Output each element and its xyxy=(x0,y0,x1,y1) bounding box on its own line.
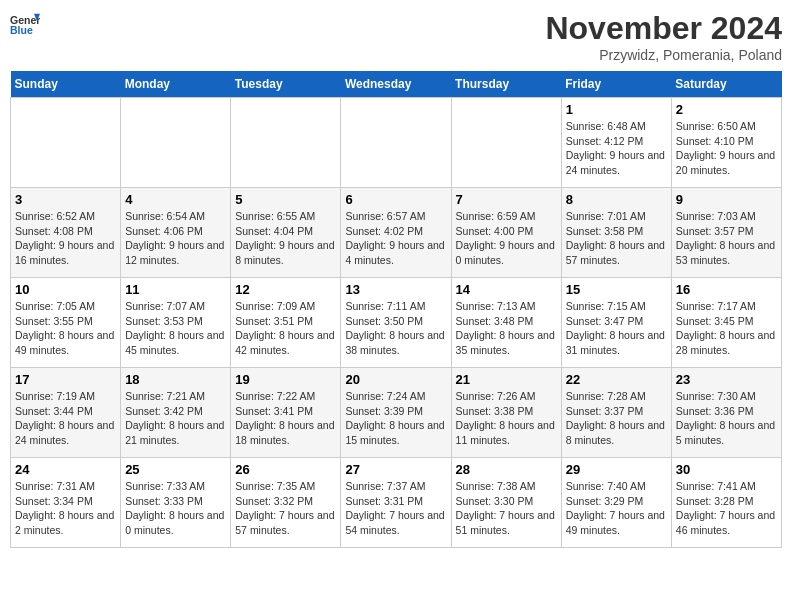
day-info: Sunrise: 7:24 AMSunset: 3:39 PMDaylight:… xyxy=(345,389,446,448)
day-cell: 9Sunrise: 7:03 AMSunset: 3:57 PMDaylight… xyxy=(671,188,781,278)
day-header-wednesday: Wednesday xyxy=(341,71,451,98)
day-number: 26 xyxy=(235,462,336,477)
day-info: Sunrise: 7:30 AMSunset: 3:36 PMDaylight:… xyxy=(676,389,777,448)
day-info: Sunrise: 7:19 AMSunset: 3:44 PMDaylight:… xyxy=(15,389,116,448)
week-row-1: 1Sunrise: 6:48 AMSunset: 4:12 PMDaylight… xyxy=(11,98,782,188)
day-number: 27 xyxy=(345,462,446,477)
day-number: 21 xyxy=(456,372,557,387)
day-info: Sunrise: 7:03 AMSunset: 3:57 PMDaylight:… xyxy=(676,209,777,268)
day-cell: 13Sunrise: 7:11 AMSunset: 3:50 PMDayligh… xyxy=(341,278,451,368)
day-cell xyxy=(451,98,561,188)
week-row-3: 10Sunrise: 7:05 AMSunset: 3:55 PMDayligh… xyxy=(11,278,782,368)
day-info: Sunrise: 7:05 AMSunset: 3:55 PMDaylight:… xyxy=(15,299,116,358)
day-cell: 20Sunrise: 7:24 AMSunset: 3:39 PMDayligh… xyxy=(341,368,451,458)
day-info: Sunrise: 7:11 AMSunset: 3:50 PMDaylight:… xyxy=(345,299,446,358)
calendar-body: 1Sunrise: 6:48 AMSunset: 4:12 PMDaylight… xyxy=(11,98,782,548)
calendar-table: SundayMondayTuesdayWednesdayThursdayFrid… xyxy=(10,71,782,548)
day-info: Sunrise: 7:15 AMSunset: 3:47 PMDaylight:… xyxy=(566,299,667,358)
day-info: Sunrise: 7:28 AMSunset: 3:37 PMDaylight:… xyxy=(566,389,667,448)
day-cell: 14Sunrise: 7:13 AMSunset: 3:48 PMDayligh… xyxy=(451,278,561,368)
day-number: 17 xyxy=(15,372,116,387)
day-number: 11 xyxy=(125,282,226,297)
day-info: Sunrise: 6:55 AMSunset: 4:04 PMDaylight:… xyxy=(235,209,336,268)
day-cell: 18Sunrise: 7:21 AMSunset: 3:42 PMDayligh… xyxy=(121,368,231,458)
day-info: Sunrise: 7:07 AMSunset: 3:53 PMDaylight:… xyxy=(125,299,226,358)
day-header-thursday: Thursday xyxy=(451,71,561,98)
day-number: 1 xyxy=(566,102,667,117)
day-header-monday: Monday xyxy=(121,71,231,98)
day-info: Sunrise: 6:52 AMSunset: 4:08 PMDaylight:… xyxy=(15,209,116,268)
day-cell: 28Sunrise: 7:38 AMSunset: 3:30 PMDayligh… xyxy=(451,458,561,548)
day-number: 3 xyxy=(15,192,116,207)
day-header-sunday: Sunday xyxy=(11,71,121,98)
day-cell: 8Sunrise: 7:01 AMSunset: 3:58 PMDaylight… xyxy=(561,188,671,278)
day-cell: 7Sunrise: 6:59 AMSunset: 4:00 PMDaylight… xyxy=(451,188,561,278)
week-row-5: 24Sunrise: 7:31 AMSunset: 3:34 PMDayligh… xyxy=(11,458,782,548)
day-cell: 29Sunrise: 7:40 AMSunset: 3:29 PMDayligh… xyxy=(561,458,671,548)
day-number: 13 xyxy=(345,282,446,297)
day-header-friday: Friday xyxy=(561,71,671,98)
day-cell: 19Sunrise: 7:22 AMSunset: 3:41 PMDayligh… xyxy=(231,368,341,458)
calendar-header-row: SundayMondayTuesdayWednesdayThursdayFrid… xyxy=(11,71,782,98)
day-number: 12 xyxy=(235,282,336,297)
day-cell xyxy=(341,98,451,188)
day-cell: 24Sunrise: 7:31 AMSunset: 3:34 PMDayligh… xyxy=(11,458,121,548)
day-cell xyxy=(11,98,121,188)
day-cell: 10Sunrise: 7:05 AMSunset: 3:55 PMDayligh… xyxy=(11,278,121,368)
logo: General Blue xyxy=(10,10,40,40)
day-cell: 26Sunrise: 7:35 AMSunset: 3:32 PMDayligh… xyxy=(231,458,341,548)
day-cell: 16Sunrise: 7:17 AMSunset: 3:45 PMDayligh… xyxy=(671,278,781,368)
day-cell: 23Sunrise: 7:30 AMSunset: 3:36 PMDayligh… xyxy=(671,368,781,458)
day-cell: 25Sunrise: 7:33 AMSunset: 3:33 PMDayligh… xyxy=(121,458,231,548)
week-row-2: 3Sunrise: 6:52 AMSunset: 4:08 PMDaylight… xyxy=(11,188,782,278)
day-cell: 3Sunrise: 6:52 AMSunset: 4:08 PMDaylight… xyxy=(11,188,121,278)
day-cell: 11Sunrise: 7:07 AMSunset: 3:53 PMDayligh… xyxy=(121,278,231,368)
day-info: Sunrise: 7:37 AMSunset: 3:31 PMDaylight:… xyxy=(345,479,446,538)
day-cell xyxy=(121,98,231,188)
day-cell: 27Sunrise: 7:37 AMSunset: 3:31 PMDayligh… xyxy=(341,458,451,548)
day-number: 15 xyxy=(566,282,667,297)
day-info: Sunrise: 7:35 AMSunset: 3:32 PMDaylight:… xyxy=(235,479,336,538)
day-cell: 22Sunrise: 7:28 AMSunset: 3:37 PMDayligh… xyxy=(561,368,671,458)
day-info: Sunrise: 7:22 AMSunset: 3:41 PMDaylight:… xyxy=(235,389,336,448)
day-info: Sunrise: 7:01 AMSunset: 3:58 PMDaylight:… xyxy=(566,209,667,268)
day-number: 25 xyxy=(125,462,226,477)
day-cell: 17Sunrise: 7:19 AMSunset: 3:44 PMDayligh… xyxy=(11,368,121,458)
day-number: 9 xyxy=(676,192,777,207)
svg-text:Blue: Blue xyxy=(10,24,33,36)
day-info: Sunrise: 6:59 AMSunset: 4:00 PMDaylight:… xyxy=(456,209,557,268)
day-number: 19 xyxy=(235,372,336,387)
header: General Blue November 2024 Przywidz, Pom… xyxy=(10,10,782,63)
day-number: 4 xyxy=(125,192,226,207)
day-info: Sunrise: 6:48 AMSunset: 4:12 PMDaylight:… xyxy=(566,119,667,178)
day-info: Sunrise: 7:33 AMSunset: 3:33 PMDaylight:… xyxy=(125,479,226,538)
day-info: Sunrise: 7:41 AMSunset: 3:28 PMDaylight:… xyxy=(676,479,777,538)
month-title: November 2024 xyxy=(545,10,782,47)
day-info: Sunrise: 7:13 AMSunset: 3:48 PMDaylight:… xyxy=(456,299,557,358)
day-cell: 30Sunrise: 7:41 AMSunset: 3:28 PMDayligh… xyxy=(671,458,781,548)
day-info: Sunrise: 7:26 AMSunset: 3:38 PMDaylight:… xyxy=(456,389,557,448)
day-number: 7 xyxy=(456,192,557,207)
day-number: 29 xyxy=(566,462,667,477)
day-cell: 21Sunrise: 7:26 AMSunset: 3:38 PMDayligh… xyxy=(451,368,561,458)
day-info: Sunrise: 7:17 AMSunset: 3:45 PMDaylight:… xyxy=(676,299,777,358)
day-number: 22 xyxy=(566,372,667,387)
week-row-4: 17Sunrise: 7:19 AMSunset: 3:44 PMDayligh… xyxy=(11,368,782,458)
day-number: 23 xyxy=(676,372,777,387)
day-info: Sunrise: 6:57 AMSunset: 4:02 PMDaylight:… xyxy=(345,209,446,268)
day-number: 6 xyxy=(345,192,446,207)
day-number: 30 xyxy=(676,462,777,477)
day-cell: 5Sunrise: 6:55 AMSunset: 4:04 PMDaylight… xyxy=(231,188,341,278)
title-area: November 2024 Przywidz, Pomerania, Polan… xyxy=(545,10,782,63)
day-info: Sunrise: 7:21 AMSunset: 3:42 PMDaylight:… xyxy=(125,389,226,448)
day-number: 20 xyxy=(345,372,446,387)
day-cell: 6Sunrise: 6:57 AMSunset: 4:02 PMDaylight… xyxy=(341,188,451,278)
day-cell xyxy=(231,98,341,188)
day-cell: 12Sunrise: 7:09 AMSunset: 3:51 PMDayligh… xyxy=(231,278,341,368)
day-header-saturday: Saturday xyxy=(671,71,781,98)
day-info: Sunrise: 6:50 AMSunset: 4:10 PMDaylight:… xyxy=(676,119,777,178)
day-cell: 2Sunrise: 6:50 AMSunset: 4:10 PMDaylight… xyxy=(671,98,781,188)
day-number: 2 xyxy=(676,102,777,117)
day-cell: 1Sunrise: 6:48 AMSunset: 4:12 PMDaylight… xyxy=(561,98,671,188)
day-number: 10 xyxy=(15,282,116,297)
